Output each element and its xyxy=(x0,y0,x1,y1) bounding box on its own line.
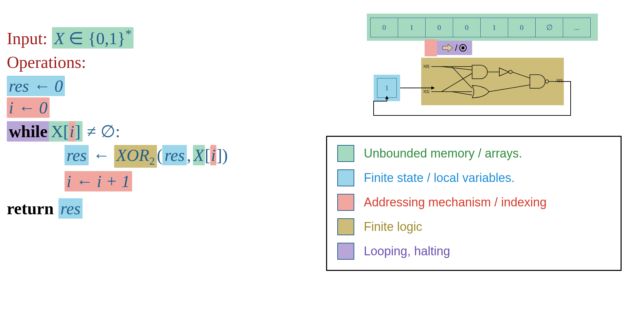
while-keyword: while xyxy=(9,122,48,141)
assign-X-hl: X xyxy=(193,145,205,165)
code-line-i-inc: i ← i + 1 xyxy=(7,171,228,191)
tape-cell: 0 xyxy=(453,18,480,37)
assign-arrow: ← xyxy=(89,146,114,165)
diagram-area: 0 1 0 0 1 0 ∅ ... / 1 X[0] X[1] xyxy=(326,14,632,41)
assign-close: ) xyxy=(222,146,228,165)
head-slash: / xyxy=(455,43,457,53)
tape-cells: 0 1 0 0 1 0 ∅ ... xyxy=(370,18,591,37)
input-keyword: Input: xyxy=(7,29,47,48)
head-address-highlight xyxy=(425,39,437,56)
while-x-bracket: X[ xyxy=(51,122,69,141)
legend-swatch-olive xyxy=(337,218,354,235)
while-neq: ≠ ∅: xyxy=(83,122,120,141)
assign-lb: [ xyxy=(205,146,211,165)
res-init-highlight: res ← 0 xyxy=(7,76,65,96)
code-line-while: while X[i] ≠ ∅: xyxy=(7,121,228,142)
tape-cell: 0 xyxy=(370,18,398,37)
code-line-input: Input: X ∈ {0,1}* xyxy=(7,27,228,49)
assign-rb: ] xyxy=(216,146,222,165)
state-value: 1 xyxy=(377,78,397,98)
svg-line-7 xyxy=(452,92,472,95)
arrow-right-icon xyxy=(442,43,453,52)
legend-row-logic: Finite logic xyxy=(337,218,610,235)
tape-cell: ∅ xyxy=(535,18,563,37)
legend-label-memory: Unbounded memory / arrays. xyxy=(364,146,522,161)
state-box: 1 xyxy=(374,75,400,101)
legend-row-state: Finite state / local variables. xyxy=(337,169,610,186)
legend-row-memory: Unbounded memory / arrays. xyxy=(337,145,610,162)
legend-swatch-red xyxy=(337,194,354,211)
svg-line-10 xyxy=(512,72,530,78)
i-inc-highlight: i ← i + 1 xyxy=(65,171,132,191)
tape-cell: 1 xyxy=(398,18,425,37)
halt-icon xyxy=(459,44,467,52)
assign-i: i xyxy=(210,145,216,165)
code-line-operations: Operations: xyxy=(7,52,228,72)
svg-line-11 xyxy=(489,85,530,92)
input-expr-highlight: X ∈ {0,1}* xyxy=(52,27,133,49)
tape-cell: 0 xyxy=(508,18,535,37)
assign-comma: , xyxy=(187,146,191,165)
assign-xor: XOR2 xyxy=(114,145,157,168)
tape-cell: 1 xyxy=(480,18,508,37)
return-keyword: return xyxy=(7,199,54,218)
head-loop-highlight: / xyxy=(437,41,472,55)
code-line-assign: res ← XOR2(res,X[i]) xyxy=(7,145,228,168)
legend-row-addr: Addressing mechanism / indexing xyxy=(337,194,610,211)
circuit-svg xyxy=(421,58,564,105)
tape: 0 1 0 0 1 0 ∅ ... xyxy=(367,14,598,41)
svg-line-4 xyxy=(442,67,472,70)
svg-point-12 xyxy=(545,80,549,83)
code-line-return: return res xyxy=(7,198,228,219)
legend-row-loop: Looping, halting xyxy=(337,243,610,260)
legend-swatch-green xyxy=(337,145,354,162)
while-array-access: X[i] xyxy=(49,121,83,142)
return-res: res xyxy=(58,198,83,219)
svg-line-5 xyxy=(442,73,472,92)
code-block: Input: X ∈ {0,1}* Operations: res ← 0 i … xyxy=(7,27,228,222)
legend-label-loop: Looping, halting xyxy=(364,244,450,258)
svg-rect-1 xyxy=(462,47,464,49)
operations-keyword: Operations: xyxy=(7,53,86,72)
legend-swatch-purple xyxy=(337,243,354,260)
assign-res2: res xyxy=(162,145,186,165)
assign-res: res xyxy=(65,145,89,165)
assign-open: ( xyxy=(157,146,163,165)
legend-label-addr: Addressing mechanism / indexing xyxy=(364,195,547,209)
while-highlight: while xyxy=(7,121,50,142)
code-line-res-init: res ← 0 xyxy=(7,76,228,96)
legend-box: Unbounded memory / arrays. Finite state … xyxy=(326,136,622,271)
tape-cell: ... xyxy=(563,18,591,37)
tape-cell: 0 xyxy=(425,18,453,37)
while-close-bracket: ] xyxy=(75,122,81,141)
tape-head: / xyxy=(425,39,472,56)
legend-label-logic: Finite logic xyxy=(364,220,422,234)
legend-label-state: Finite state / local variables. xyxy=(364,171,515,185)
i-init-highlight: i ← 0 xyxy=(7,97,50,118)
code-line-i-init: i ← 0 xyxy=(7,97,228,118)
while-i: i xyxy=(69,121,75,142)
legend-swatch-blue xyxy=(337,169,354,186)
circuit-box: X[0] X[1] Y[0] xyxy=(421,58,564,105)
